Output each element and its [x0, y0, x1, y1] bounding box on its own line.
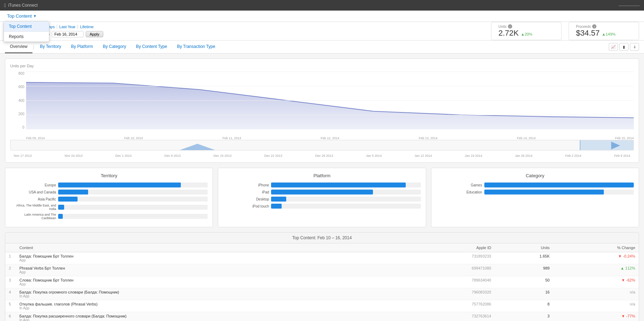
tab-by-platform[interactable]: By Platform	[66, 41, 98, 53]
toolbar: Last 7 Days Last 30 Days Last Year Lifet…	[0, 22, 644, 41]
tab-by-territory[interactable]: By Territory	[35, 41, 66, 53]
bar-track	[271, 204, 421, 209]
bar-row: iPhone	[223, 183, 421, 187]
col-rank	[5, 243, 16, 252]
bar-row: iPod touch	[223, 204, 421, 209]
nav-tabs: Overview | By Territory By Platform By C…	[0, 41, 644, 54]
tab-by-category[interactable]: By Category	[98, 41, 131, 53]
date-to-input[interactable]	[52, 31, 84, 37]
chart-grid	[26, 72, 634, 129]
col-pct-change: % Change	[553, 243, 639, 252]
col-units: Units	[495, 243, 553, 252]
x-axis-labels: Feb 09, 2014 Feb 10, 2014 Feb 11, 2014 F…	[10, 136, 634, 140]
lifetime-link[interactable]: Lifetime	[78, 25, 96, 29]
proceeds-stat-card: Proceeds i $34.57 ▲149%	[569, 22, 639, 40]
col-content: Content	[16, 243, 405, 252]
units-info-icon[interactable]: i	[508, 24, 512, 29]
territory-panel: Territory Europe USA and Canada Asia Pac…	[5, 168, 213, 227]
row-rank: 2	[5, 264, 16, 276]
line-chart-button[interactable]: 📈	[609, 43, 618, 51]
app-header:  iTunes Connect ——————	[0, 0, 644, 11]
timeline-bar[interactable]	[10, 140, 634, 150]
content-name: Phrasal Verbs Брт Толлен	[19, 266, 401, 270]
chart-area: 800 600 400 200 0	[10, 72, 634, 135]
content-name: Балда: Покупка огромного словари (Балда:…	[19, 290, 401, 294]
table-row: 3 Слова: Помощник Брт Толлен App 7896340…	[5, 276, 639, 288]
row-apple-id: 796083320	[405, 288, 495, 300]
row-content: Балда: Помощник Брт Толлен App	[16, 252, 405, 264]
row-units: 50	[495, 276, 553, 288]
category-title: Category	[436, 173, 634, 178]
svg-marker-1	[180, 144, 215, 150]
bar-label: iPod touch	[223, 204, 269, 208]
row-apple-id: 699471080	[405, 264, 495, 276]
bar-track	[58, 214, 208, 219]
apply-button[interactable]: Apply	[86, 31, 103, 37]
tab-by-content-type[interactable]: By Content Type	[131, 41, 172, 53]
dropdown-item-top-content[interactable]: Top Content	[4, 21, 49, 31]
bar-label: USA and Canada	[10, 190, 56, 194]
platform-title: Platform	[223, 173, 421, 178]
bar-row: USA and Canada	[10, 190, 208, 195]
col-apple-id: Apple ID	[405, 243, 495, 252]
bar-track	[58, 205, 208, 210]
proceeds-change: ▲149%	[602, 32, 615, 36]
category-panel: Category Games Education	[431, 168, 639, 227]
tab-overview[interactable]: Overview	[5, 41, 32, 53]
table-row: 4 Балда: Покупка огромного словари (Балд…	[5, 288, 639, 300]
content-type: In App	[19, 306, 401, 310]
table-row: 6 Балда: Покупка расширенного словари (Б…	[5, 312, 639, 321]
proceeds-value: $34.57	[576, 29, 600, 38]
proceeds-info-icon[interactable]: i	[592, 24, 596, 29]
bar-track	[58, 183, 208, 187]
top-content-dropdown[interactable]: Top Content ▼	[4, 11, 40, 21]
proceeds-label: Proceeds i	[576, 24, 632, 29]
row-content: Балда: Покупка расширенного словари (Бал…	[16, 312, 405, 321]
bar-track	[58, 190, 208, 195]
bar-label: iPhone	[223, 183, 269, 187]
bar-track	[271, 183, 421, 187]
bar-track	[271, 190, 421, 195]
content-type: App	[19, 270, 401, 274]
row-rank: 6	[5, 312, 16, 321]
bar-charts-section: Territory Europe USA and Canada Asia Pac…	[5, 168, 639, 227]
header-user: ——————	[619, 4, 640, 7]
bar-label: Asia Pacific	[10, 197, 56, 201]
lastyear-link[interactable]: Last Year	[57, 25, 78, 29]
download-button[interactable]: ⇓	[630, 43, 639, 51]
content-type: App	[19, 258, 401, 262]
dropdown-item-reports[interactable]: Reports	[4, 32, 49, 42]
row-rank: 3	[5, 276, 16, 288]
row-pct-change: n/a	[553, 288, 639, 300]
row-rank: 1	[5, 252, 16, 264]
svg-rect-2	[580, 140, 633, 150]
timeline-svg	[11, 140, 633, 150]
content-name: Слова: Помощник Брт Толлен	[19, 278, 401, 282]
row-content: Балда: Покупка огромного словари (Балда:…	[16, 288, 405, 300]
bar-track	[271, 197, 421, 202]
chart-title: Units per Day	[10, 64, 634, 68]
row-apple-id: 789634040	[405, 276, 495, 288]
bar-row: Desktop	[223, 197, 421, 202]
units-label: Units i	[498, 24, 554, 29]
y-axis: 800 600 400 200 0	[10, 72, 24, 135]
content-name: Откупка фальшив. глаголов (Phrasal Verbs…	[19, 302, 401, 306]
territory-title: Territory	[10, 173, 208, 178]
bar-row: Europe	[10, 183, 208, 187]
platform-panel: Platform iPhone iPad Desktop iPod touch	[218, 168, 426, 227]
main-content: Units per Day 800 600 400 200 0	[0, 54, 644, 321]
content-type: App	[19, 282, 401, 286]
bar-label: iPad	[223, 190, 269, 194]
tab-by-transaction-type[interactable]: By Transaction Type	[172, 41, 220, 53]
row-content: Откупка фальшив. глаголов (Phrasal Verbs…	[16, 300, 405, 312]
content-name: Балда: Помощник Брт Толлен	[19, 254, 401, 258]
row-content: Слова: Помощник Брт Толлен App	[16, 276, 405, 288]
bar-label: Desktop	[223, 197, 269, 201]
row-pct-change: ▲ 112%	[553, 264, 639, 276]
bar-chart-button[interactable]: ▮	[619, 43, 628, 51]
table-row: 1 Балда: Помощник Брт Толлен App 7318932…	[5, 252, 639, 264]
chart-actions: 📈 ▮ ⇓	[609, 43, 639, 51]
app-title: iTunes Connect	[8, 3, 38, 8]
content-type: In App	[19, 318, 401, 321]
bar-label: Europe	[10, 183, 56, 187]
